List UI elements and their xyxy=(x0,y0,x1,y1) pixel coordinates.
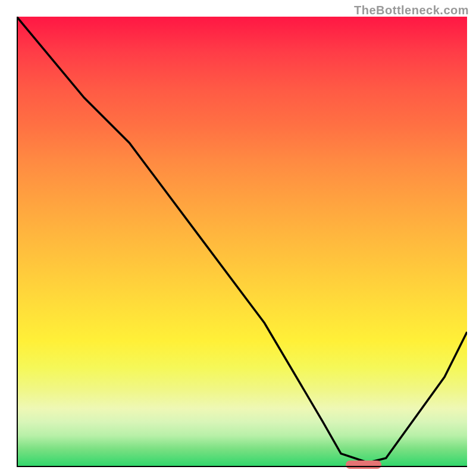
x-axis xyxy=(17,466,467,467)
watermark-text: TheBottleneck.com xyxy=(354,4,469,17)
y-axis xyxy=(17,17,18,467)
chart-container: TheBottleneck.com xyxy=(0,0,476,476)
bottleneck-curve xyxy=(17,17,467,467)
optimal-range-marker xyxy=(346,461,382,469)
